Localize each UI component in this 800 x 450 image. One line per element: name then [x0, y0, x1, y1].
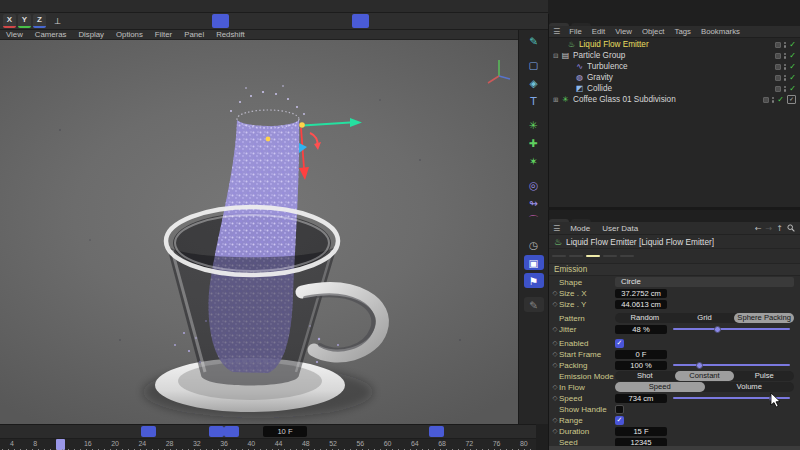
layout-quad-view-icon[interactable]: [509, 14, 526, 28]
attribute-tab-button[interactable]: [586, 255, 600, 257]
pan-view-icon[interactable]: [462, 30, 475, 39]
emission-mode-option-pulse[interactable]: Pulse: [734, 371, 794, 381]
attributes-panel-tab[interactable]: [549, 219, 569, 222]
jitter-field[interactable]: 48 %: [615, 325, 667, 334]
magnet-gear-icon[interactable]: [311, 14, 328, 28]
visibility-dots[interactable]: [772, 97, 775, 103]
attribute-tab-button[interactable]: [603, 255, 617, 257]
sphere-a-tool-icon[interactable]: [195, 14, 212, 28]
maximize-view-icon[interactable]: [501, 30, 514, 39]
in-flow-option-speed[interactable]: Speed: [615, 382, 705, 392]
anim-dot-icon[interactable]: ◇: [551, 325, 559, 333]
shape-dropdown[interactable]: Circle: [615, 277, 794, 287]
emission-mode-option-shot[interactable]: Shot: [615, 371, 675, 381]
emission-section-header[interactable]: Emission: [549, 263, 800, 276]
layer-chip[interactable]: [775, 75, 781, 81]
camera-icon[interactable]: ▣: [524, 255, 544, 270]
anim-dot-icon[interactable]: ◇: [551, 416, 559, 424]
history-back-icon[interactable]: ←: [755, 224, 762, 233]
attributes-panel-tab[interactable]: [571, 219, 591, 222]
visibility-dots[interactable]: [784, 75, 787, 81]
enabled-check-icon[interactable]: ✓: [789, 40, 796, 49]
deformer-icon[interactable]: ◎: [524, 177, 544, 192]
objects-panel-tab[interactable]: [571, 23, 591, 26]
layer-chip[interactable]: [775, 42, 781, 48]
prev-frame-button[interactable]: [126, 426, 141, 437]
object-name[interactable]: Liquid Flow Emitter: [579, 40, 775, 49]
attribute-tab-button[interactable]: [620, 255, 634, 257]
objects-menu-item[interactable]: Bookmarks: [696, 27, 745, 36]
anim-dot-icon[interactable]: ◇: [551, 350, 559, 358]
anim-dot-icon[interactable]: ◇: [551, 383, 559, 391]
attributes-menu-item[interactable]: Mode: [564, 224, 596, 233]
emission-mode-option-constant[interactable]: Constant: [675, 371, 735, 381]
viewport-menu-item[interactable]: Cameras: [29, 30, 73, 39]
cloner-generator-icon[interactable]: ✚: [524, 135, 544, 150]
Collide[interactable]: ◩ Collide ✓ ✓: [549, 83, 800, 94]
packing-field[interactable]: 100 %: [615, 361, 667, 370]
enabled-check-icon[interactable]: ✓: [789, 62, 796, 71]
anim-dot-icon[interactable]: ◇: [551, 427, 559, 435]
jitter-slider-knob[interactable]: [714, 326, 721, 333]
prev-key-button[interactable]: [111, 426, 126, 437]
size-y-field[interactable]: 44.0613 cm: [615, 300, 667, 309]
record-keyframe-button[interactable]: [316, 426, 331, 437]
packing-slider[interactable]: [673, 364, 790, 366]
anim-dot-icon[interactable]: ◇: [551, 289, 559, 297]
Coffee Glass 01 Subdivision[interactable]: ⊞ ✳ Coffee Glass 01 Subdivision ✓ ✓: [549, 94, 800, 105]
axis-x-button[interactable]: X: [3, 14, 16, 28]
field-generator-icon[interactable]: ✶: [524, 153, 544, 168]
layer-chip[interactable]: [763, 97, 769, 103]
grid-array-icon[interactable]: [335, 14, 352, 28]
pattern-option-sphere-packing[interactable]: Sphere Packing: [734, 313, 794, 323]
object-name[interactable]: Collide: [587, 84, 775, 93]
objects-hamburger-icon[interactable]: ☰: [549, 27, 564, 36]
object-name[interactable]: Coffee Glass 01 Subdivision: [573, 95, 763, 104]
axis-y-button[interactable]: Y: [18, 14, 31, 28]
enabled-check-icon[interactable]: ✓: [789, 84, 796, 93]
anim-dot-icon[interactable]: ◇: [551, 339, 559, 347]
current-frame-field[interactable]: 10 F: [263, 426, 307, 437]
viewport-menu-item[interactable]: Panel: [178, 30, 210, 39]
expander-icon[interactable]: ⊞: [553, 96, 560, 104]
sound-toggle-button[interactable]: [239, 426, 254, 437]
viewport-menu-item[interactable]: Options: [110, 30, 149, 39]
objects-menu-item[interactable]: Object: [637, 27, 670, 36]
brush-icon[interactable]: ✎: [524, 297, 544, 312]
viewport-menu-item[interactable]: Display: [72, 30, 110, 39]
show-handle-checkbox[interactable]: ✓: [615, 405, 624, 414]
duration-field[interactable]: 15 F: [615, 427, 667, 436]
bend-deformer-icon[interactable]: ⌒: [524, 213, 544, 228]
viewport-menu-item[interactable]: Redshift: [210, 30, 251, 39]
goto-start-button[interactable]: [96, 426, 111, 437]
enabled-check-icon[interactable]: ✓: [789, 73, 796, 82]
next-key-button[interactable]: [171, 426, 186, 437]
enabled-check-icon[interactable]: ✓: [789, 51, 796, 60]
spline-primitive-icon[interactable]: ▢: [524, 57, 544, 72]
layout-split-view-icon[interactable]: [526, 14, 543, 28]
range-checkbox[interactable]: ✓: [615, 416, 624, 425]
in-flow-option-volume[interactable]: Volume: [705, 382, 795, 392]
layer-chip[interactable]: [775, 64, 781, 70]
object-name[interactable]: Gravity: [587, 73, 775, 82]
viewport-menu-item[interactable]: View: [0, 30, 29, 39]
packing-slider-knob[interactable]: [696, 362, 703, 369]
visibility-dots[interactable]: [784, 42, 787, 48]
attributes-hamburger-icon[interactable]: ☰: [549, 224, 564, 233]
add-tool-icon[interactable]: [475, 14, 492, 28]
flag-tool-icon[interactable]: [417, 14, 434, 28]
Gravity[interactable]: ◍ Gravity ✓ ✓: [549, 72, 800, 83]
up-level-icon[interactable]: ↑: [776, 224, 783, 233]
anim-dot-icon[interactable]: ◇: [551, 394, 559, 402]
play-pause-button[interactable]: [141, 426, 156, 437]
history-forward-icon[interactable]: →: [766, 224, 773, 233]
record-scale-button[interactable]: [399, 426, 414, 437]
loop-playback-button[interactable]: [209, 426, 224, 437]
Turbulence[interactable]: ∿ Turbulence ✓ ✓: [549, 61, 800, 72]
record-rotation-button[interactable]: [384, 426, 399, 437]
attributes-menu-item[interactable]: User Data: [596, 224, 644, 233]
keyframe-selection-button[interactable]: [346, 426, 361, 437]
pattern-option-grid[interactable]: Grid: [675, 313, 735, 323]
size-x-field[interactable]: 37.2752 cm: [615, 289, 667, 298]
fcurve-button[interactable]: [515, 426, 530, 437]
